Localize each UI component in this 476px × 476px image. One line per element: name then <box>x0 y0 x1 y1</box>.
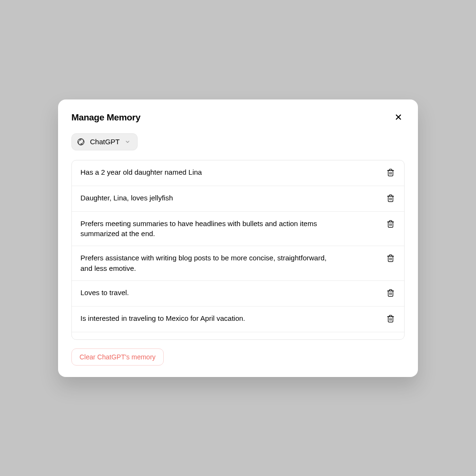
delete-memory-button[interactable] <box>386 219 396 230</box>
memory-item: Prefers assistance with writing blog pos… <box>72 246 404 281</box>
close-button[interactable] <box>392 111 405 125</box>
memory-item: Is interested in traveling to Mexico for… <box>72 307 404 332</box>
memory-item: Daughter, Lina, loves jellyfish <box>72 186 404 212</box>
memory-text: Loves to travel. <box>80 288 337 298</box>
model-selector-label: ChatGPT <box>90 138 120 146</box>
manage-memory-modal: Manage Memory ChatGPT <box>58 99 418 377</box>
trash-icon <box>387 315 395 324</box>
memory-list-container: Has a 2 year old daughter named LinaDaug… <box>71 160 405 340</box>
memory-item: Loves to travel. <box>72 281 404 307</box>
memory-text: Is interested in traveling to Mexico for… <box>80 313 337 324</box>
memory-list[interactable]: Has a 2 year old daughter named LinaDaug… <box>72 160 404 339</box>
memory-text: Has a 2 year old daughter named Lina <box>80 167 337 178</box>
modal-header: Manage Memory <box>71 111 405 125</box>
modal-title: Manage Memory <box>71 112 140 123</box>
openai-logo-icon <box>77 138 85 146</box>
memory-text: Prefers meeting summaries to have headli… <box>80 218 337 239</box>
clear-memory-button[interactable]: Clear ChatGPT's memory <box>71 348 164 366</box>
delete-memory-button[interactable] <box>386 314 396 325</box>
model-selector[interactable]: ChatGPT <box>71 133 138 150</box>
close-icon <box>394 113 403 123</box>
delete-memory-button[interactable] <box>386 288 396 299</box>
trash-icon <box>387 289 395 298</box>
delete-memory-button[interactable] <box>386 253 396 265</box>
chevron-down-icon <box>125 139 130 145</box>
trash-icon <box>387 169 395 178</box>
trash-icon <box>387 194 395 204</box>
delete-memory-button[interactable] <box>386 168 396 179</box>
memory-text <box>80 339 337 339</box>
memory-text: Daughter, Lina, loves jellyfish <box>80 193 337 203</box>
memory-item: Prefers meeting summaries to have headli… <box>72 212 404 247</box>
memory-item: Has a 2 year old daughter named Lina <box>72 160 404 186</box>
trash-icon <box>387 220 395 229</box>
delete-memory-button[interactable] <box>386 193 396 205</box>
memory-item <box>72 332 404 339</box>
memory-text: Prefers assistance with writing blog pos… <box>80 253 337 274</box>
trash-icon <box>387 254 395 264</box>
